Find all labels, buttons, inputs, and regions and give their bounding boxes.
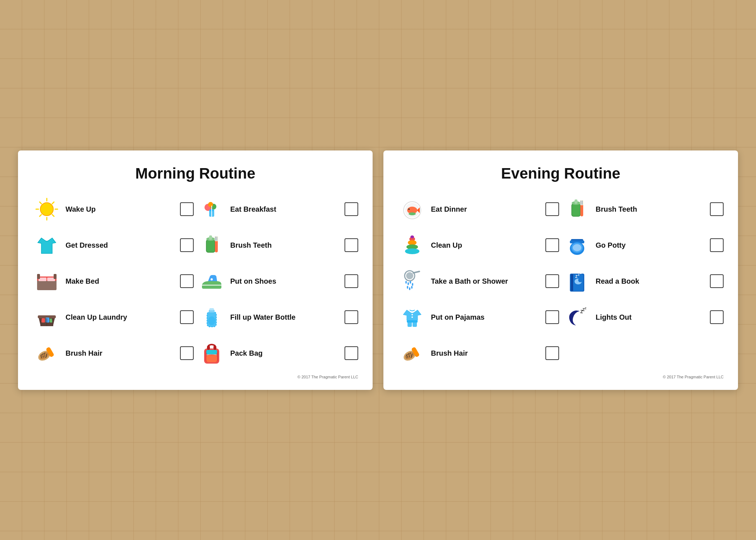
- get-dressed-checkbox[interactable]: [180, 238, 194, 252]
- list-item: Make Bed: [32, 267, 194, 296]
- read-book-label: Read a Book: [596, 277, 706, 285]
- read-book-checkbox[interactable]: [710, 274, 724, 288]
- svg-point-90: [411, 286, 413, 289]
- brush-hair-e-icon: [398, 339, 427, 368]
- list-item: Put on Pajamas: [398, 303, 559, 332]
- pack-bag-checkbox[interactable]: [345, 346, 358, 360]
- evening-title: Evening Routine: [398, 165, 724, 182]
- svg-rect-39: [210, 308, 214, 310]
- brush-hair-e-checkbox[interactable]: [545, 346, 559, 360]
- svg-rect-68: [580, 201, 581, 205]
- svg-text:Z: Z: [580, 272, 582, 274]
- svg-rect-31: [41, 318, 45, 323]
- svg-point-84: [405, 281, 407, 284]
- morning-grid: Wake Up Eat Breakfast: [32, 195, 358, 368]
- clean-up-laundry-checkbox[interactable]: [180, 310, 194, 324]
- svg-text:Z: Z: [585, 307, 586, 310]
- svg-rect-17: [209, 235, 212, 240]
- svg-point-11: [208, 202, 213, 207]
- clean-up-icon: [398, 231, 427, 260]
- svg-rect-69: [582, 201, 583, 205]
- make-bed-icon: [32, 267, 61, 296]
- list-item: Clean Up Laundry: [32, 303, 194, 332]
- eat-dinner-label: Eat Dinner: [431, 205, 541, 213]
- list-item: Brush Teeth: [563, 195, 724, 224]
- wake-up-label: Wake Up: [66, 205, 176, 213]
- brush-teeth-e-icon: [563, 195, 591, 224]
- svg-point-74: [405, 248, 419, 254]
- fill-water-checkbox[interactable]: [345, 310, 358, 324]
- list-item: Put on Shoes: [197, 267, 359, 296]
- brush-hair-m-icon: [32, 339, 61, 368]
- brush-hair-m-label: Brush Hair: [66, 349, 176, 357]
- pack-bag-icon: [197, 339, 226, 368]
- eat-dinner-icon: [398, 195, 427, 224]
- brush-teeth-m-label: Brush Teeth: [230, 241, 341, 249]
- clean-up-label: Clean Up: [431, 241, 541, 249]
- svg-point-99: [411, 314, 413, 315]
- svg-point-87: [412, 283, 413, 286]
- list-item: Wake Up: [32, 195, 194, 224]
- svg-rect-15: [206, 240, 215, 252]
- svg-line-8: [40, 215, 41, 216]
- svg-point-0: [40, 203, 53, 216]
- brush-teeth-m-icon: [197, 231, 226, 260]
- svg-rect-53: [206, 355, 217, 362]
- bath-shower-icon: [398, 267, 427, 296]
- list-item: Z Z Z Read a Book: [563, 267, 724, 296]
- svg-line-83: [413, 271, 419, 273]
- svg-rect-56: [206, 350, 217, 354]
- get-dressed-label: Get Dressed: [66, 241, 176, 249]
- morning-page: Morning Routine: [18, 150, 373, 390]
- bath-shower-label: Take a Bath or Shower: [431, 277, 541, 285]
- pajamas-icon: [398, 303, 427, 332]
- list-item: Brush Hair: [398, 339, 559, 368]
- morning-copyright: © 2017 The Pragmatic Parent LLC: [32, 375, 358, 379]
- svg-point-100: [411, 316, 413, 318]
- pajamas-checkbox[interactable]: [545, 310, 559, 324]
- read-book-icon: Z Z Z: [563, 267, 591, 296]
- list-item: Take a Bath or Shower: [398, 267, 559, 296]
- svg-line-6: [52, 215, 54, 216]
- eat-breakfast-label: Eat Breakfast: [230, 205, 341, 213]
- clean-up-checkbox[interactable]: [545, 238, 559, 252]
- list-item: Pack Bag: [197, 339, 359, 368]
- eat-breakfast-checkbox[interactable]: [345, 202, 358, 216]
- brush-teeth-e-label: Brush Teeth: [596, 205, 706, 213]
- svg-rect-21: [215, 237, 216, 241]
- brush-teeth-m-checkbox[interactable]: [345, 238, 358, 252]
- bath-shower-checkbox[interactable]: [545, 274, 559, 288]
- make-bed-checkbox[interactable]: [180, 274, 194, 288]
- svg-line-5: [40, 202, 41, 204]
- lights-out-label: Lights Out: [596, 313, 706, 321]
- svg-point-60: [408, 208, 410, 210]
- lights-out-checkbox[interactable]: [710, 310, 724, 324]
- svg-rect-27: [37, 274, 40, 279]
- list-item: Eat Dinner: [398, 195, 559, 224]
- brush-hair-m-checkbox[interactable]: [180, 346, 194, 360]
- clean-up-laundry-label: Clean Up Laundry: [66, 313, 176, 321]
- pages-container: Morning Routine: [18, 150, 738, 390]
- brush-teeth-e-checkbox[interactable]: [710, 202, 724, 216]
- svg-point-82: [406, 272, 413, 279]
- pajamas-label: Put on Pajamas: [431, 313, 541, 321]
- pack-bag-label: Pack Bag: [230, 349, 341, 357]
- clean-up-laundry-icon: [32, 303, 61, 332]
- eat-dinner-checkbox[interactable]: [545, 202, 559, 216]
- svg-point-95: [578, 278, 582, 282]
- svg-point-61: [409, 212, 416, 215]
- fill-water-label: Fill up Water Bottle: [230, 313, 341, 321]
- svg-text:Z: Z: [578, 273, 580, 276]
- put-on-shoes-label: Put on Shoes: [230, 277, 341, 285]
- go-potty-icon: [563, 231, 591, 260]
- svg-point-89: [409, 287, 410, 290]
- svg-rect-93: [571, 274, 573, 291]
- go-potty-checkbox[interactable]: [710, 238, 724, 252]
- svg-rect-32: [46, 318, 49, 323]
- svg-rect-103: [407, 320, 418, 323]
- list-item: Brush Teeth: [197, 231, 359, 260]
- svg-point-86: [410, 281, 411, 284]
- put-on-shoes-checkbox[interactable]: [345, 274, 358, 288]
- morning-title: Morning Routine: [32, 165, 358, 182]
- wake-up-checkbox[interactable]: [180, 202, 194, 216]
